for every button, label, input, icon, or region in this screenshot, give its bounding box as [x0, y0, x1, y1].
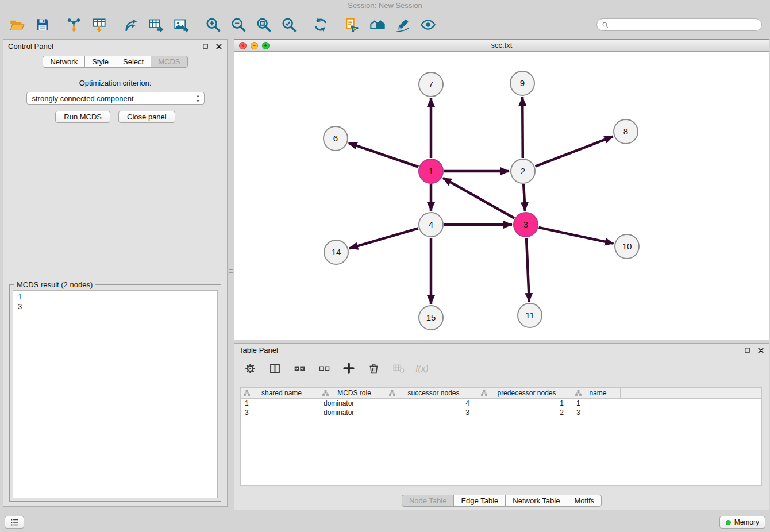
export-image-button[interactable] [172, 15, 190, 34]
float-button[interactable] [744, 346, 751, 354]
new-network-button[interactable] [122, 15, 140, 34]
column-header-predecessor-nodes[interactable]: predecessor nodes [478, 388, 572, 398]
float-icon [744, 347, 750, 353]
tab-network-table[interactable]: Network Table [505, 495, 567, 507]
search-box[interactable] [596, 18, 762, 31]
memory-button[interactable]: Memory [719, 516, 765, 529]
close-panel-button[interactable]: Close panel [118, 111, 175, 123]
edge-3-11[interactable] [526, 238, 529, 302]
edge-1-6[interactable] [349, 143, 419, 167]
table-cell[interactable]: 1 [572, 399, 621, 407]
svg-text:6: 6 [333, 133, 338, 143]
delete-table-icon [392, 363, 405, 375]
table-cell[interactable]: 3 [241, 408, 319, 417]
column-header-name[interactable]: name [572, 388, 621, 398]
tab-mcds[interactable]: MCDS [151, 56, 187, 68]
tab-select[interactable]: Select [116, 56, 151, 68]
divider-grip-vertical[interactable] [229, 264, 233, 279]
node-8[interactable]: 8 [614, 119, 638, 144]
node-11[interactable]: 11 [518, 303, 542, 327]
close-button[interactable] [757, 346, 764, 354]
svg-text:8: 8 [623, 126, 628, 136]
node-3[interactable]: 3 [514, 213, 538, 237]
table-cell[interactable]: 1 [478, 399, 572, 407]
zoom-fit-button[interactable] [255, 15, 272, 34]
node-1[interactable]: 1 [419, 159, 443, 183]
edge-4-14[interactable] [349, 228, 418, 248]
edge-2-9[interactable] [522, 97, 523, 158]
save-session-button[interactable] [33, 15, 51, 34]
table-cell[interactable]: 1 [241, 399, 319, 407]
table-cell[interactable]: 4 [386, 399, 478, 407]
column-header-shared-name[interactable]: shared name [241, 388, 319, 398]
table-cell[interactable]: dominator [319, 408, 386, 417]
svg-text:15: 15 [426, 313, 436, 322]
tab-node-table[interactable]: Node Table [402, 495, 455, 507]
select-all-button[interactable] [292, 360, 307, 376]
svg-text:2: 2 [521, 166, 525, 176]
tab-motifs[interactable]: Motifs [567, 495, 602, 507]
node-table: shared nameMCDS rolesuccessor nodesprede… [240, 387, 762, 486]
window-titlebar: Session: New Session [0, 0, 770, 11]
table-cell[interactable]: dominator [319, 399, 386, 407]
window-zoom-button[interactable]: + [262, 42, 270, 49]
network-overview-button[interactable] [368, 15, 386, 34]
node-2[interactable]: 2 [511, 159, 535, 183]
node-4[interactable]: 4 [419, 213, 443, 237]
tab-network[interactable]: Network [43, 56, 85, 68]
node-10[interactable]: 10 [615, 234, 639, 259]
node-7[interactable]: 7 [419, 72, 443, 97]
export-table-button[interactable] [147, 15, 165, 34]
edge-2-8[interactable] [536, 137, 613, 167]
zoom-in-button[interactable] [204, 15, 222, 34]
close-icon [215, 43, 222, 50]
column-header-successor-nodes[interactable]: successor nodes [386, 388, 478, 398]
float-button[interactable] [202, 43, 209, 50]
table-row[interactable]: 3dominator323 [241, 408, 761, 417]
zoom-out-button[interactable] [229, 15, 247, 34]
mcds-result-item[interactable]: 3 [18, 302, 213, 311]
edge-3-10[interactable] [539, 228, 614, 244]
table-cell[interactable]: 2 [478, 408, 572, 417]
optimization-criterion-select[interactable]: strongly connected component [26, 92, 205, 105]
network-canvas[interactable]: 7968124314101511 [234, 52, 769, 340]
search-input[interactable] [612, 21, 757, 29]
open-session-button[interactable] [8, 15, 26, 34]
show-columns-button[interactable] [267, 360, 282, 376]
delete-row-button[interactable] [366, 360, 381, 376]
table-cell[interactable]: 3 [572, 408, 621, 417]
node-14[interactable]: 14 [324, 240, 348, 264]
copy-network-button[interactable] [343, 15, 361, 34]
import-table-button[interactable] [90, 15, 108, 34]
table-row[interactable]: 1dominator411 [241, 399, 761, 408]
apply-style-button[interactable] [394, 15, 411, 34]
tab-edge-table[interactable]: Edge Table [453, 495, 506, 507]
optimization-criterion-value: strongly connected component [32, 94, 195, 103]
settings-gear-button[interactable] [242, 360, 257, 376]
zoom-selected-button[interactable] [280, 15, 298, 34]
node-15[interactable]: 15 [419, 306, 443, 330]
show-hide-button[interactable] [419, 15, 437, 34]
tab-style[interactable]: Style [84, 56, 116, 68]
edge-2-3[interactable] [523, 184, 525, 211]
column-header-mcds-role[interactable]: MCDS role [319, 388, 386, 398]
divider-grip-horizontal[interactable] [492, 339, 507, 342]
refresh-layout-button[interactable] [311, 15, 329, 34]
mcds-result-list[interactable]: 13 [13, 290, 218, 498]
mcds-result-group: MCDS result (2 nodes) 13 [9, 284, 221, 502]
mcds-result-item[interactable]: 1 [18, 292, 213, 302]
run-mcds-button[interactable]: Run MCDS [55, 111, 110, 123]
deselect-all-button[interactable] [317, 360, 332, 376]
window-close-button[interactable]: × [239, 42, 247, 49]
import-network-button[interactable] [65, 15, 83, 34]
window-minimize-button[interactable]: − [251, 42, 258, 49]
edge-3-1[interactable] [443, 178, 514, 218]
add-row-button[interactable] [341, 360, 356, 376]
panel-toggle-button[interactable] [5, 516, 24, 529]
node-6[interactable]: 6 [324, 126, 348, 151]
float-icon [202, 43, 209, 49]
close-button[interactable] [215, 43, 222, 50]
node-9[interactable]: 9 [510, 71, 534, 95]
table-cell[interactable]: 3 [386, 408, 478, 417]
network-canvas-svg: 7968124314101511 [234, 52, 769, 340]
